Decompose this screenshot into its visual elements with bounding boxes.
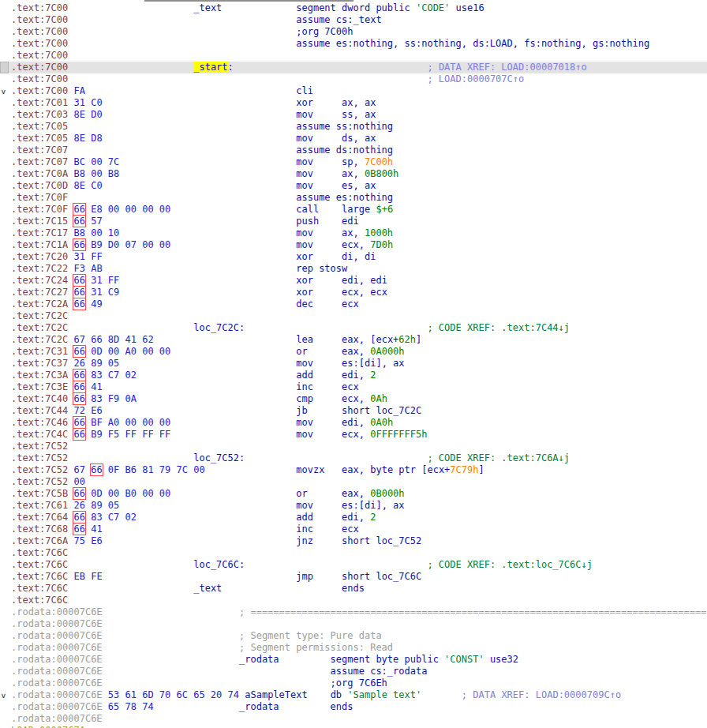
address-prefix: .text:7C0A [11, 168, 68, 179]
listing-token: or [296, 488, 307, 499]
listing-line[interactable]: .rodata:00007C6E ; Segment type: Pure da… [0, 630, 707, 642]
listing-line[interactable]: .text:7C52 67 66 0F B6 81 79 7C 00 movzx… [0, 464, 707, 476]
listing-token: es, ax [342, 180, 376, 191]
address-prefix: .text:7C0F [11, 204, 68, 215]
listing-token: jnz [296, 535, 313, 546]
listing-line[interactable]: .rodata:00007C6E 65 78 74 _rodata ends [0, 701, 707, 713]
listing-line[interactable]: .text:7C6A 75 E6 jnz short loc_7C52 [0, 535, 707, 547]
address-prefix: .text:7C22 [11, 263, 68, 274]
listing-line[interactable]: .text:7C03 8E D0 mov ss, ax [0, 109, 707, 121]
listing-line[interactable]: .text:7C00 assume es:nothing, ss:nothing… [0, 38, 707, 50]
listing-line[interactable]: .text:7C0F assume es:nothing [0, 192, 707, 204]
address-prefix: .text:7C05 [11, 121, 68, 132]
listing-line-current[interactable]: .text:7C00 _start: ; DATA XREF: LOAD:000… [0, 62, 707, 73]
address-prefix: .text:7C01 [11, 97, 68, 108]
listing-token: edi, [342, 417, 370, 428]
listing-line[interactable]: .text:7C0D 8E C0 mov es, ax [0, 180, 707, 192]
listing-line[interactable]: .text:7C52 [0, 441, 707, 452]
listing-line[interactable]: .text:7C40 66 83 F9 0A cmp ecx, 0Ah [0, 393, 707, 405]
address-prefix: .text:7C44 [11, 405, 68, 416]
listing-token: ;org 7C6Eh [331, 677, 387, 689]
listing-line[interactable]: .text:7C68 66 41 inc ecx [0, 523, 707, 535]
listing-line[interactable]: .text:7C64 66 83 C7 02 add edi, 2 [0, 512, 707, 523]
listing-token: eax, byte ptr [ecx+ [342, 464, 450, 475]
listing-token: ax, ax [342, 97, 376, 108]
listing-token: 2 [370, 512, 376, 523]
listing-line[interactable]: .text:7C00 [0, 50, 707, 62]
collapse-arrow-icon[interactable]: ∨ [1, 690, 6, 702]
listing-line[interactable]: .text:7C6C _text ends [0, 583, 707, 595]
listing-line[interactable]: .text:7C37 26 89 05 mov es:[di], ax [0, 358, 707, 370]
listing-line[interactable]: .rodata:00007C6E _rodata segment byte pu… [0, 654, 707, 666]
listing-line[interactable]: .text:7C22 F3 AB rep stosw [0, 263, 707, 275]
listing-line[interactable]: ∨.text:7C00 FA cli [0, 85, 707, 97]
listing-line[interactable]: .text:7C07 BC 00 7C mov sp, 7C00h [0, 156, 707, 168]
listing-line[interactable]: .text:7C2C 67 66 8D 41 62 lea eax, [ecx+… [0, 334, 707, 346]
opcode-bytes: BC 00 7C [73, 156, 119, 167]
listing-line[interactable]: .rodata:00007C6E [0, 618, 707, 630]
listing-line[interactable]: .text:7C2C [0, 310, 707, 322]
listing-line[interactable]: .text:7C2A 66 49 dec ecx [0, 298, 707, 310]
listing-line[interactable]: .text:7C46 66 BF A0 00 00 00 mov edi, 0A… [0, 417, 707, 429]
opcode-bytes: 66 [73, 429, 84, 440]
listing-line[interactable]: .text:7C6C loc_7C6C: ; CODE XREF: .text:… [0, 559, 707, 571]
address-prefix: .rodata:00007C6E [11, 666, 103, 677]
listing-line[interactable]: .text:7C52 loc_7C52: ; CODE XREF: .text:… [0, 452, 707, 464]
listing-line[interactable]: .text:7C00 assume cs:_text [0, 14, 707, 26]
listing-line[interactable]: .text:7C6C [0, 547, 707, 559]
listing-line[interactable]: .text:7C3E 66 41 inc ecx [0, 381, 707, 393]
listing-line[interactable]: .text:7C00 _text segment dword public 'C… [0, 2, 707, 14]
listing-line[interactable]: .text:7C24 66 31 FF xor edi, edi [0, 275, 707, 287]
listing-line[interactable]: .text:7C27 66 31 C9 xor ecx, ecx [0, 287, 707, 298]
listing-line[interactable]: .text:7C07 assume ds:nothing [0, 144, 707, 156]
listing-line[interactable]: .text:7C5B 66 0D 00 B0 00 00 or eax, 0B0… [0, 488, 707, 500]
listing-line[interactable]: .rodata:00007C6E ; Segment permissions: … [0, 642, 707, 654]
listing-token: ecx, [342, 429, 370, 440]
listing-line[interactable]: .text:7C05 8E D8 mov ds, ax [0, 133, 707, 144]
listing-line[interactable]: .rodata:00007C6E ;org 7C6Eh [0, 677, 707, 689]
listing-token: eax, [342, 346, 370, 357]
listing-line[interactable]: .text:7C44 72 E6 jb short loc_7C2C [0, 405, 707, 417]
listing-token: add [296, 370, 313, 381]
opcode-bytes: 66 [73, 370, 84, 381]
listing-line[interactable]: .rodata:00007C6E ; =====================… [0, 606, 707, 618]
listing-line[interactable]: LOAD:00007C7A [0, 725, 707, 728]
listing-line[interactable]: .text:7C17 B8 00 10 mov ax, 1000h [0, 227, 707, 239]
listing-line[interactable]: .text:7C3A 66 83 C7 02 add edi, 2 [0, 370, 707, 381]
listing-line[interactable]: ∨.rodata:00007C6E 53 61 6D 70 6C 65 20 7… [0, 689, 707, 701]
listing-line[interactable]: .text:7C05 assume ss:nothing [0, 121, 707, 133]
opcode-bytes: 26 89 05 [73, 500, 119, 511]
listing-line[interactable]: .text:7C15 66 57 push edi [0, 216, 707, 227]
listing-line[interactable]: .text:7C20 31 FF xor di, di [0, 251, 707, 263]
listing-line[interactable]: .text:7C01 31 C0 xor ax, ax [0, 97, 707, 109]
listing-line[interactable]: .text:7C6C [0, 595, 707, 606]
address-prefix: .text:7C61 [11, 500, 68, 511]
address-prefix: .rodata:00007C6E [11, 677, 103, 689]
listing[interactable]: .text:7C00 _text segment dword public 'C… [0, 2, 707, 728]
opcode-bytes: 66 [73, 346, 84, 357]
listing-token: mov [296, 109, 313, 120]
listing-token: _text [193, 2, 222, 13]
listing-line[interactable]: .text:7C4C 66 B9 F5 FF FF FF mov ecx, 0F… [0, 429, 707, 441]
address-prefix: .text:7C17 [11, 227, 68, 238]
listing-token: xor [296, 97, 313, 108]
listing-line[interactable]: .text:7C61 26 89 05 mov es:[di], ax [0, 500, 707, 512]
listing-line[interactable]: .text:7C00 ;org 7C00h [0, 26, 707, 38]
collapse-arrow-icon[interactable]: ∨ [1, 86, 6, 98]
listing-token: assume ss:nothing [296, 121, 393, 132]
address-prefix: .text:7C15 [11, 216, 68, 227]
listing-line[interactable]: .text:7C31 66 0D 00 A0 00 00 or eax, 0A0… [0, 346, 707, 358]
listing-line[interactable]: .text:7C0F 66 E8 00 00 00 00 call large … [0, 204, 707, 216]
listing-line[interactable]: .text:7C1A 66 B9 D0 07 00 00 mov ecx, 7D… [0, 239, 707, 251]
listing-line[interactable]: .rodata:00007C6E [0, 713, 707, 725]
address-prefix: .text:7C2C [11, 310, 68, 321]
listing-line[interactable]: .text:7C00 ; LOAD:0000707C↑o [0, 73, 707, 85]
listing-line[interactable]: .text:7C2C loc_7C2C: ; CODE XREF: .text:… [0, 322, 707, 334]
address-prefix: .text:7C05 [11, 133, 68, 144]
listing-line[interactable]: .text:7C52 00 [0, 476, 707, 488]
listing-token: add [296, 512, 313, 523]
listing-line[interactable]: .text:7C0A B8 00 B8 mov ax, 0B800h [0, 168, 707, 180]
listing-line[interactable]: .text:7C6C EB FE jmp short loc_7C6C [0, 571, 707, 583]
listing-line[interactable]: .rodata:00007C6E assume cs:_rodata [0, 666, 707, 677]
address-prefix: .text:7C00 [11, 62, 68, 73]
